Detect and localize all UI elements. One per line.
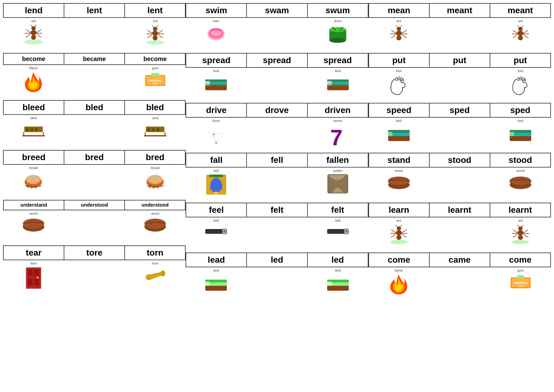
img-dove-1: dove [186,119,247,146]
group-feel: feel felt felt belt belt [186,203,368,251]
svg-line-6 [26,34,30,37]
verb-row-lend: lend lent lent [3,3,186,18]
img-flame-come-1: flame [368,269,429,296]
svg-rect-143 [520,77,522,80]
svg-point-12 [146,40,164,45]
svg-line-121 [391,35,396,38]
image-row-swim: ham drum [186,18,368,52]
svg-point-107 [345,230,347,232]
svg-point-46 [27,184,29,188]
img-flame-1: flame [3,66,64,94]
img-pollen-1: pollen [307,169,368,195]
img-gum-1: gum CHEWING GUM [125,66,186,89]
svg-rect-140 [401,78,402,80]
verb-row-speed: speed sped sped [368,103,551,118]
img-wood-2: wood [125,212,186,233]
svg-point-71 [211,29,222,36]
ant-svg-mean-2 [508,23,533,45]
svg-rect-30 [26,128,28,131]
group-spread: spread spread spread bed be [186,53,368,102]
svg-point-56 [23,219,44,228]
img-wood-stand-2: wood [490,169,551,190]
foot-svg-2 [509,73,532,96]
verb-bled-2: bled [125,101,185,114]
verb-tore: tore [64,246,125,260]
svg-line-16 [147,30,152,33]
img-bed-speed-2: bed [490,119,551,143]
verb-row-fall: fall fell fallen [186,153,368,168]
img-ant-learn-1: ant [368,219,429,244]
ant-svg-mean-1 [387,23,411,45]
verb-put-2: put [430,54,490,67]
svg-point-174 [517,230,524,235]
svg-line-9 [37,34,41,37]
door-svg [23,266,43,290]
img-horn-1: horn [125,261,186,287]
verb-fallen: fallen [308,153,368,167]
svg-line-4 [26,30,30,33]
svg-line-132 [513,35,517,38]
svg-line-183 [522,225,524,227]
group-breed: breed bred bred bread [3,150,186,199]
verb-feel: feel [186,203,247,217]
svg-rect-86 [327,84,349,86]
svg-point-2 [30,30,37,35]
svg-rect-63 [34,269,39,276]
group-drive: drive drove driven dove [186,103,368,152]
svg-rect-188 [517,275,524,278]
img-ant-1: ant [3,19,64,45]
verb-stand: stand [369,153,430,167]
image-row-drive: dove seven 7 [186,118,368,152]
svg-rect-32 [35,128,38,131]
img-bread-2: bread [125,166,186,190]
verb-breed: breed [4,151,64,164]
svg-point-73 [329,27,346,32]
group-become: become became become flame gum [3,53,186,99]
img-ant-learn-2: ant [490,219,551,244]
verb-learn: learn [369,203,430,217]
verb-row-put: put put put [368,53,551,68]
pollen-svg [326,173,349,195]
bed-svg-spread-1 [204,73,228,93]
svg-point-54 [156,185,159,188]
verb-bleed: bleed [4,101,64,114]
verb-put-1: put [369,54,430,67]
svg-rect-153 [510,132,514,136]
verb-meant-2: meant [490,4,550,17]
img-bread-1: bread [3,166,64,190]
img-sled-1: sled [3,116,64,140]
sled-svg-2 [143,120,167,140]
svg-text:GUM: GUM [517,285,523,288]
svg-line-166 [391,234,396,237]
verb-row-lead: lead led led [186,253,368,267]
image-row-understand: wood wood [3,210,186,244]
svg-point-160 [390,240,407,244]
svg-point-45 [27,175,39,183]
svg-line-171 [400,225,402,227]
verb-led-2: led [308,253,368,267]
verb-bred-2: bred [125,151,185,164]
belt-svg-1 [204,223,228,240]
svg-point-66 [37,277,38,278]
verb-speed: speed [369,103,430,117]
image-row-learn: ant [368,217,551,251]
svg-point-95 [215,176,217,178]
svg-line-176 [513,230,517,233]
verb-understand: understand [4,200,64,210]
svg-point-74 [329,38,346,43]
ant-svg-1 [21,23,46,45]
svg-line-135 [524,35,528,38]
flame-svg-1 [22,71,45,94]
drum-svg [326,23,349,45]
svg-point-128 [517,31,524,36]
image-row-stand: wood wood [368,168,551,201]
verb-row-drive: drive drove driven [186,103,368,118]
svg-point-162 [396,230,402,235]
verb-felt-2: felt [308,203,368,217]
verb-bred-1: bred [64,151,125,164]
verb-learnt-2: learnt [490,203,550,217]
img-ham-1: ham [186,19,247,43]
verb-row-breed: breed bred bred [3,150,186,165]
verb-sped-2: sped [490,103,550,117]
verb-led-1: led [247,253,307,267]
